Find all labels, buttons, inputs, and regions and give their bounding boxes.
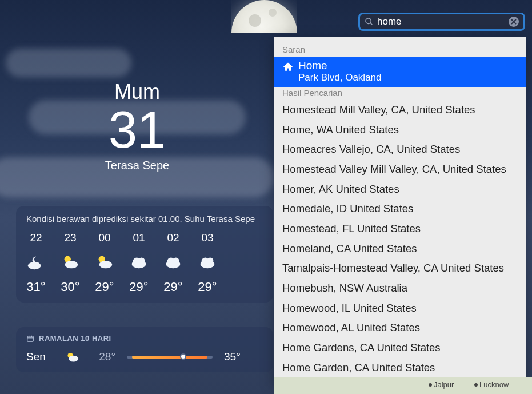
city-name: Mum bbox=[0, 80, 274, 104]
daily-low: 28° bbox=[93, 351, 115, 363]
hour-label: 03 bbox=[201, 232, 213, 244]
calendar-icon bbox=[26, 335, 34, 343]
current-weather: Mum 31 Terasa Sepe bbox=[0, 80, 274, 172]
daily-high: 35° bbox=[224, 351, 241, 363]
svg-point-10 bbox=[173, 257, 179, 264]
cloud-moon-icon bbox=[26, 252, 46, 272]
home-icon bbox=[282, 61, 294, 73]
hour-column: 0129° bbox=[129, 232, 149, 294]
hour-label: 00 bbox=[98, 232, 110, 244]
svg-point-0 bbox=[28, 262, 41, 269]
hour-temp: 29° bbox=[95, 280, 114, 294]
hour-label: 23 bbox=[64, 232, 76, 244]
hourly-forecast-panel: Kondisi berawan diprediksi sekitar 01.00… bbox=[16, 206, 273, 303]
search-result-item[interactable]: Homer, AK United States bbox=[274, 180, 526, 200]
results-list: Homestead Mill Valley, CA, United States… bbox=[274, 100, 526, 384]
clear-search-button[interactable] bbox=[509, 17, 519, 27]
current-temp: 31 bbox=[0, 104, 274, 156]
daily-forecast-panel: RAMALAN 10 HARI Sen 28° 35° bbox=[16, 327, 273, 372]
hour-column: 0229° bbox=[163, 232, 183, 294]
cloud-icon bbox=[129, 252, 149, 272]
svg-rect-14 bbox=[27, 336, 34, 341]
search-result-item[interactable]: Homewood, AL United States bbox=[274, 318, 526, 338]
cloud-icon bbox=[163, 252, 183, 272]
search-input[interactable] bbox=[377, 16, 505, 27]
hourly-row: 2231°2330°0029°0129°0229°0329° bbox=[26, 232, 263, 294]
close-icon bbox=[511, 19, 517, 25]
daily-day-name: Sen bbox=[26, 351, 53, 363]
daily-header: RAMALAN 10 HARI bbox=[26, 334, 263, 343]
cloud-icon bbox=[198, 252, 217, 272]
hour-column: 0329° bbox=[198, 232, 217, 294]
svg-point-4 bbox=[99, 261, 113, 268]
search-result-item[interactable]: Homedale, ID United States bbox=[274, 199, 526, 219]
search-result-item[interactable]: Homestead Mill Valley, CA, United States bbox=[274, 100, 526, 120]
partly-cloudy-icon bbox=[64, 348, 81, 365]
results-header: Hasil Pencarian bbox=[274, 87, 526, 100]
temp-range-bar bbox=[127, 356, 213, 359]
svg-point-19 bbox=[69, 356, 78, 362]
svg-point-20 bbox=[366, 18, 371, 23]
map-city-lucknow: Lucknow bbox=[474, 380, 509, 389]
svg-point-7 bbox=[138, 257, 145, 264]
search-result-item[interactable]: Homestead, FL United States bbox=[274, 219, 526, 239]
search-field-wrap[interactable] bbox=[358, 13, 525, 31]
suggestion-name: Home bbox=[298, 59, 382, 72]
hour-label: 02 bbox=[167, 232, 179, 244]
suggestions-header: Saran bbox=[274, 43, 526, 57]
search-result-item[interactable]: Home Gardens, CA United States bbox=[274, 338, 526, 358]
daily-header-text: RAMALAN 10 HARI bbox=[39, 334, 111, 343]
hourly-description: Kondisi berawan diprediksi sekitar 01.00… bbox=[26, 214, 263, 224]
search-result-item[interactable]: Tamalpais-Homestead Valley, CA United St… bbox=[274, 258, 526, 278]
hour-label: 01 bbox=[133, 232, 145, 244]
hour-temp: 29° bbox=[129, 280, 148, 294]
search-result-item[interactable]: Homeacres Vallejo, CA, United States bbox=[274, 140, 526, 160]
map-city-jaipur: Jaipur bbox=[429, 380, 454, 389]
hour-column: 2330° bbox=[61, 232, 80, 294]
search-result-item[interactable]: Homewood, IL United States bbox=[274, 299, 526, 319]
partly-icon bbox=[95, 252, 114, 272]
hour-temp: 29° bbox=[198, 280, 217, 294]
hour-temp: 30° bbox=[61, 280, 79, 294]
svg-line-21 bbox=[370, 23, 372, 25]
daily-row: Sen 28° 35° bbox=[26, 348, 263, 365]
svg-point-13 bbox=[207, 257, 213, 264]
suggestion-item-home[interactable]: Home Park Blvd, Oakland bbox=[274, 57, 526, 87]
search-result-item[interactable]: Homestead Valley Mill Valley, CA, United… bbox=[274, 160, 526, 180]
suggestion-sub: Park Blvd, Oakland bbox=[298, 72, 382, 83]
feels-like: Terasa Sepe bbox=[0, 159, 274, 172]
search-dropdown: Saran Home Park Blvd, Oakland Hasil Penc… bbox=[274, 37, 526, 384]
search-result-item[interactable]: Homeland, CA United States bbox=[274, 239, 526, 259]
hour-label: 22 bbox=[30, 232, 42, 244]
hour-temp: 29° bbox=[163, 280, 182, 294]
search-result-item[interactable]: Home Garden, CA United States bbox=[274, 358, 526, 378]
map-strip: Jaipur Lucknow bbox=[274, 377, 532, 394]
hour-column: 0029° bbox=[95, 232, 114, 294]
svg-point-2 bbox=[65, 261, 78, 268]
partly-icon bbox=[61, 252, 80, 272]
search-result-item[interactable]: Homebush, NSW Australia bbox=[274, 278, 526, 299]
hour-temp: 31° bbox=[26, 280, 45, 294]
search-icon bbox=[365, 17, 374, 26]
search-result-item[interactable]: Home, WA United States bbox=[274, 120, 526, 140]
hour-column: 2231° bbox=[26, 232, 46, 294]
